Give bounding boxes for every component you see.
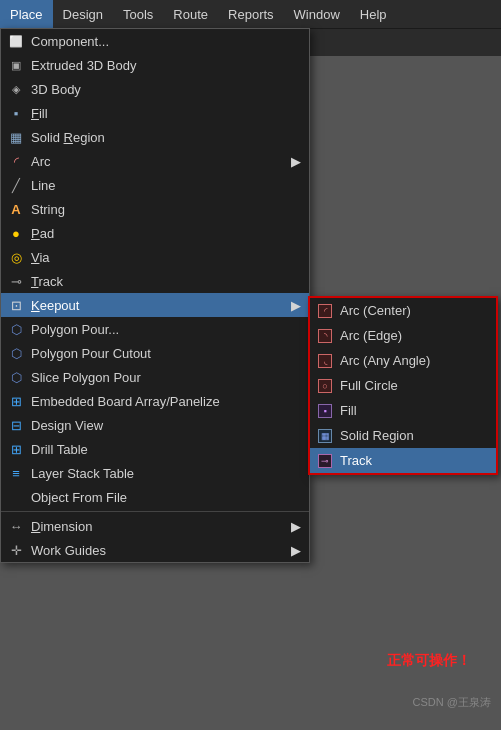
submenu-item-track[interactable]: ⊸ Track <box>310 448 496 473</box>
submenu-item-solid-region[interactable]: ▦ Solid Region <box>310 423 496 448</box>
menu-reports[interactable]: Reports <box>218 0 284 28</box>
polygon-pour-icon: ⬡ <box>7 320 25 338</box>
menu-window[interactable]: Window <box>284 0 350 28</box>
menu-help[interactable]: Help <box>350 0 397 28</box>
via-icon: ◎ <box>7 248 25 266</box>
menu-design[interactable]: Design <box>53 0 113 28</box>
arc-icon: ◜ <box>7 152 25 170</box>
menu-item-embedded[interactable]: ⊞ Embedded Board Array/Panelize <box>1 389 309 413</box>
menu-item-solid-region[interactable]: ▦ Solid Region <box>1 125 309 149</box>
menu-tools[interactable]: Tools <box>113 0 163 28</box>
arc-any-icon: ◟ <box>316 352 334 370</box>
full-circle-icon: ○ <box>316 377 334 395</box>
dimension-arrow: ▶ <box>291 519 301 534</box>
line-icon: ╱ <box>7 176 25 194</box>
menu-item-via[interactable]: ◎ Via <box>1 245 309 269</box>
work-guides-icon: ✛ <box>7 541 25 559</box>
string-icon: A <box>7 200 25 218</box>
menubar: Place Design Tools Route Reports Window … <box>0 0 501 28</box>
menu-route[interactable]: Route <box>163 0 218 28</box>
3dbody-icon: ◈ <box>7 80 25 98</box>
menu-place[interactable]: Place <box>0 0 53 28</box>
menu-item-fill[interactable]: ▪ Fill <box>1 101 309 125</box>
arc-edge-icon: ◝ <box>316 327 334 345</box>
component-icon: ⬜ <box>7 32 25 50</box>
red-text-overlay: 正常可操作！ <box>387 652 471 670</box>
keepout-icon: ⊡ <box>7 296 25 314</box>
menu-item-component[interactable]: ⬜ Component... <box>1 29 309 53</box>
fill-sub-icon: ▪ <box>316 402 334 420</box>
menu-item-3dbody[interactable]: ◈ 3D Body <box>1 77 309 101</box>
menu-item-layer-stack[interactable]: ≡ Layer Stack Table <box>1 461 309 485</box>
polygon-cutout-icon: ⬡ <box>7 344 25 362</box>
menu-item-extruded3d[interactable]: ▣ Extruded 3D Body <box>1 53 309 77</box>
menu-item-object-file[interactable]: Object From File <box>1 485 309 509</box>
menu-item-arc[interactable]: ◜ Arc ▶ <box>1 149 309 173</box>
layer-stack-icon: ≡ <box>7 464 25 482</box>
menu-item-string[interactable]: A String <box>1 197 309 221</box>
keepout-arrow: ▶ <box>291 298 301 313</box>
menu-item-dimension[interactable]: ↔ Dimension ▶ <box>1 514 309 538</box>
track-sub-icon: ⊸ <box>316 452 334 470</box>
solid-region-sub-icon: ▦ <box>316 427 334 445</box>
menu-item-keepout[interactable]: ⊡ Keepout ▶ <box>1 293 309 317</box>
menu-item-polygon-cutout[interactable]: ⬡ Polygon Pour Cutout <box>1 341 309 365</box>
menu-item-design-view[interactable]: ⊟ Design View <box>1 413 309 437</box>
pad-icon: ● <box>7 224 25 242</box>
design-view-icon: ⊟ <box>7 416 25 434</box>
arc-arrow: ▶ <box>291 154 301 169</box>
arc-center-icon: ◜ <box>316 302 334 320</box>
track-icon: ⊸ <box>7 272 25 290</box>
dimension-icon: ↔ <box>7 517 25 535</box>
menu-item-pad[interactable]: ● Pad <box>1 221 309 245</box>
extruded3d-icon: ▣ <box>7 56 25 74</box>
menu-separator-1 <box>1 511 309 512</box>
submenu-item-full-circle[interactable]: ○ Full Circle <box>310 373 496 398</box>
menu-item-drill-table[interactable]: ⊞ Drill Table <box>1 437 309 461</box>
menu-item-track[interactable]: ⊸ Track <box>1 269 309 293</box>
submenu-item-fill[interactable]: ▪ Fill <box>310 398 496 423</box>
watermark: CSDN @王泉涛 <box>413 695 491 710</box>
work-guides-arrow: ▶ <box>291 543 301 558</box>
drill-table-icon: ⊞ <box>7 440 25 458</box>
keepout-submenu: ◜ Arc (Center) ◝ Arc (Edge) ◟ Arc (Any A… <box>308 296 498 475</box>
place-dropdown: ⬜ Component... ▣ Extruded 3D Body ◈ 3D B… <box>0 28 310 563</box>
fill-icon: ▪ <box>7 104 25 122</box>
object-file-icon <box>7 488 25 506</box>
menu-item-polygon-pour[interactable]: ⬡ Polygon Pour... <box>1 317 309 341</box>
menu-item-line[interactable]: ╱ Line <box>1 173 309 197</box>
submenu-item-arc-center[interactable]: ◜ Arc (Center) <box>310 298 496 323</box>
solid-region-icon: ▦ <box>7 128 25 146</box>
embedded-icon: ⊞ <box>7 392 25 410</box>
menu-item-slice-polygon[interactable]: ⬡ Slice Polygon Pour <box>1 365 309 389</box>
submenu-item-arc-edge[interactable]: ◝ Arc (Edge) <box>310 323 496 348</box>
slice-polygon-icon: ⬡ <box>7 368 25 386</box>
submenu-item-arc-any[interactable]: ◟ Arc (Any Angle) <box>310 348 496 373</box>
menu-item-work-guides[interactable]: ✛ Work Guides ▶ <box>1 538 309 562</box>
